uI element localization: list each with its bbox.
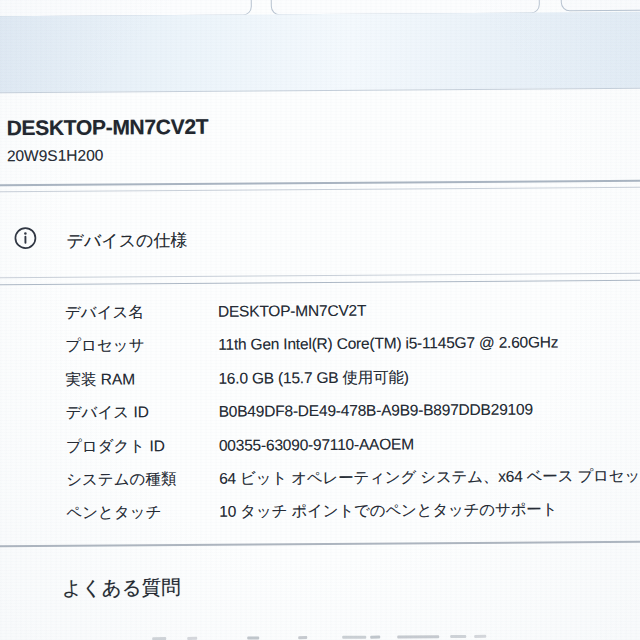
serial-number: 20W9S1H200: [7, 146, 104, 167]
screen-photo: DESKTOP-MN7CV2T 20W9S1H200 デバイスの仕様 デバイス名…: [0, 0, 640, 640]
spec-value: 00355-63090-97110-AAOEM: [219, 433, 414, 455]
info-icon: [13, 226, 37, 250]
top-card-right: [561, 0, 640, 11]
spec-row-pen-touch: ペンとタッチ 10 タッチ ポイントでのペンとタッチのサポート: [0, 498, 640, 525]
divider: [0, 273, 640, 279]
text-fragment: [450, 635, 466, 638]
divider: [0, 280, 640, 286]
spec-row-device-id: デバイス ID B0B49DF8-DE49-478B-A9B9-B897DDB2…: [0, 398, 640, 425]
text-fragment: [370, 636, 380, 639]
device-spec-section-title: デバイスの仕様: [66, 229, 187, 254]
spec-label: プロダクト ID: [66, 435, 165, 457]
text-fragment: [474, 635, 486, 638]
settings-about-page: DESKTOP-MN7CV2T 20W9S1H200 デバイスの仕様 デバイス名…: [0, 0, 640, 640]
spec-label: ペンとタッチ: [66, 501, 161, 523]
spec-value: 10 タッチ ポイントでのペンとタッチのサポート: [219, 498, 557, 521]
spec-row-device-name: デバイス名 DESKTOP-MN7CV2T: [0, 298, 640, 325]
text-fragment: [187, 637, 197, 640]
spec-row-ram: 実装 RAM 16.0 GB (15.7 GB 使用可能): [0, 365, 640, 392]
divider: [0, 180, 640, 186]
clipped-text-fragments: [0, 634, 640, 640]
spec-value: 64 ビット オペレーティング システム、x64 ベース プロセッサ: [219, 465, 640, 489]
spec-value: 11th Gen Intel(R) Core(TM) i5-1145G7 @ 2…: [218, 331, 558, 354]
faq-heading: よくある質問: [62, 574, 181, 601]
spec-label: 実装 RAM: [65, 368, 135, 389]
divider: [0, 187, 640, 193]
computer-name: DESKTOP-MN7CV2T: [7, 113, 209, 142]
spec-value: 16.0 GB (15.7 GB 使用可能): [218, 366, 408, 388]
text-fragment: [397, 635, 439, 638]
text-fragment: [247, 636, 259, 639]
text-fragment: [298, 636, 307, 639]
text-fragment: [342, 636, 366, 639]
spec-row-system-type: システムの種類 64 ビット オペレーティング システム、x64 ベース プロセ…: [0, 465, 640, 492]
spec-label: システムの種類: [66, 468, 176, 490]
spec-value: DESKTOP-MN7CV2T: [218, 300, 366, 322]
divider: [0, 541, 640, 547]
spec-label: デバイス名: [65, 301, 144, 323]
spec-value: B0B49DF8-DE49-478B-A9B9-B897DDB29109: [219, 399, 533, 422]
spec-label: デバイス ID: [66, 401, 149, 423]
spec-row-product-id: プロダクト ID 00355-63090-97110-AAOEM: [0, 432, 640, 459]
spec-label: プロセッサ: [65, 334, 144, 356]
spec-row-processor: プロセッサ 11th Gen Intel(R) Core(TM) i5-1145…: [0, 331, 640, 358]
header-band: [0, 12, 640, 94]
